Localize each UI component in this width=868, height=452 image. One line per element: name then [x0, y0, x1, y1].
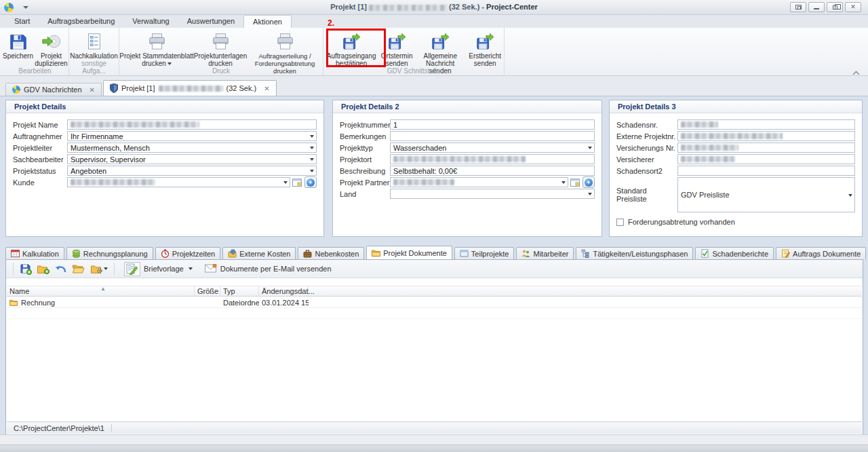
- projekt-partner-select[interactable]: [390, 177, 568, 187]
- redacted-value: [71, 121, 199, 128]
- folder-icon: [9, 299, 18, 306]
- bemerkungen-input[interactable]: [390, 131, 595, 141]
- ribbon-tab-auftragsbearbeitung[interactable]: Auftragsbearbeitung: [39, 15, 123, 28]
- dropdown-arrow-icon[interactable]: [310, 158, 314, 161]
- table-header: Name ▲ Größe Typ Änderungsdat...: [7, 286, 862, 297]
- email-documents-button[interactable]: Dokumente per E-Mail versenden: [201, 261, 336, 277]
- restore-button[interactable]: [827, 2, 843, 12]
- invoice-planning-icon: [72, 249, 81, 258]
- stammdatenblatt-drucken-button[interactable]: Projekt Stammdatenblatt drucken: [119, 30, 194, 67]
- tab-kalkulation[interactable]: Kalkulation: [5, 247, 64, 259]
- envelope-icon: [205, 264, 217, 274]
- projekttyp-select[interactable]: Wasserschaden: [390, 143, 595, 153]
- open-kunde-form-button[interactable]: [292, 177, 302, 187]
- minimize-icon: [814, 8, 819, 10]
- tab-gdv-nachrichten[interactable]: GDV Nachrichten ✕: [5, 83, 102, 96]
- speichern-button[interactable]: Speichern: [2, 30, 35, 60]
- clock-icon: [161, 249, 170, 258]
- briefvorlage-button[interactable]: Briefvorlage: [120, 261, 197, 277]
- fullscreen-button[interactable]: [790, 2, 806, 12]
- ribbon-tab-aktionen[interactable]: Aktionen: [243, 15, 292, 28]
- versicherer-input[interactable]: [677, 154, 855, 164]
- column-header-aenderungsdatum[interactable]: Änderungsdat...: [259, 286, 309, 296]
- tab-externe-kosten[interactable]: Externe Kosten: [222, 247, 296, 259]
- checkbox[interactable]: [616, 219, 624, 226]
- column-header-typ[interactable]: Typ: [220, 286, 259, 296]
- externe-projektnr-input[interactable]: [677, 131, 855, 141]
- projekt-name-input[interactable]: [67, 119, 317, 130]
- tab-taetigkeiten[interactable]: Tätigkeiten/Leistungsphasen: [576, 247, 693, 259]
- dropdown-arrow-icon[interactable]: [588, 193, 592, 195]
- minimize-button[interactable]: [808, 2, 825, 12]
- dropdown-arrow-icon[interactable]: [561, 181, 566, 184]
- panel-projekt-details-3: Projekt Details 3 Schadensnr. Externe Pr…: [609, 100, 863, 237]
- redacted-value: [393, 156, 526, 162]
- projektnummer-input[interactable]: 1: [390, 119, 595, 130]
- window-edge: [0, 445, 868, 452]
- tab-nebenkosten[interactable]: Nebenkosten: [298, 247, 364, 259]
- close-tab-icon[interactable]: ✕: [90, 86, 95, 94]
- tab-projektzeiten[interactable]: Projektzeiten: [155, 247, 221, 259]
- column-header-name[interactable]: Name ▲: [7, 286, 195, 296]
- open-folder-icon[interactable]: [72, 262, 85, 276]
- sachbearbeiter-select[interactable]: Supervisor, Supervisor: [67, 154, 317, 164]
- dropdown-arrow-icon[interactable]: [848, 194, 852, 197]
- table-row[interactable]: Rechnung Dateiordner 03.01.2024 15...: [7, 297, 862, 308]
- schadensort2-input[interactable]: [677, 166, 855, 176]
- window-icon: [460, 249, 469, 258]
- projekt-duplizieren-button[interactable]: Projekt duplizieren: [35, 30, 68, 67]
- redacted-value: [681, 145, 738, 151]
- plus-icon: +: [585, 178, 593, 187]
- plus-icon: +: [307, 178, 315, 187]
- main-content: Projekt Details Projekt Name Auftragnehm…: [0, 96, 868, 434]
- import-folder-button[interactable]: [37, 262, 50, 276]
- projektunterlagen-drucken-button[interactable]: Projektunterlagen drucken: [194, 30, 247, 67]
- dropdown-arrow-icon[interactable]: [283, 181, 288, 184]
- auftragnehmer-select[interactable]: Ihr Firmenname: [67, 131, 317, 141]
- add-partner-button[interactable]: +: [583, 176, 595, 188]
- dropdown-arrow-icon[interactable]: [310, 147, 314, 149]
- collapse-ribbon-icon[interactable]: [852, 69, 860, 73]
- column-header-groesse[interactable]: Größe: [195, 286, 220, 296]
- tab-schadenberichte[interactable]: Schadenberichte: [695, 247, 774, 259]
- tab-mitarbeiter[interactable]: Mitarbeiter: [516, 247, 574, 259]
- tab-projekt-dokumente[interactable]: Projekt Dokumente: [366, 246, 452, 259]
- redacted-value: [681, 133, 783, 139]
- ribbon-tab-verwaltung[interactable]: Verwaltung: [123, 15, 178, 28]
- projektort-input[interactable]: [390, 154, 595, 164]
- redacted-value: [393, 179, 454, 185]
- erstbericht-senden-button[interactable]: Erstbericht senden: [467, 30, 505, 67]
- dropdown-arrow-icon[interactable]: [310, 170, 314, 172]
- close-tab-icon[interactable]: ✕: [264, 85, 269, 92]
- ribbon-tab-auswertungen[interactable]: Auswertungen: [178, 15, 243, 28]
- tab-projekt[interactable]: Projekt [1] (32 Sek.) ✕: [103, 80, 277, 96]
- schadensnr-input[interactable]: [677, 119, 855, 130]
- open-partner-form-button[interactable]: [570, 177, 580, 187]
- add-kunde-button[interactable]: +: [304, 176, 317, 188]
- kunde-select[interactable]: [67, 177, 290, 187]
- folder-options-button[interactable]: [90, 262, 108, 276]
- beschreibung-input[interactable]: Selbstbehalt: 0,00€: [390, 166, 595, 176]
- versicherungs-nr-input[interactable]: [677, 143, 855, 153]
- ribbon-tab-start[interactable]: Start: [5, 15, 39, 28]
- send-icon: [475, 31, 494, 52]
- land-select[interactable]: [390, 189, 595, 199]
- undo-icon[interactable]: [54, 262, 68, 276]
- group-label-sonstige: sonstige Aufga...: [69, 60, 119, 75]
- dropdown-arrow-icon[interactable]: [588, 147, 592, 149]
- preisliste-select[interactable]: GDV Preisliste: [677, 177, 855, 212]
- close-button[interactable]: ✕: [845, 2, 861, 12]
- tab-teilprojekte[interactable]: Teilprojekte: [454, 247, 515, 259]
- field-projektstatus: Projektstatus Angeboten: [13, 166, 317, 176]
- dropdown-arrow-icon[interactable]: [310, 135, 314, 138]
- save-document-button[interactable]: [19, 262, 33, 276]
- tab-rechnungsplanung[interactable]: Rechnungsplanung: [66, 247, 153, 259]
- tab-auftrags-dokumente[interactable]: Auftrags Dokumente: [776, 247, 866, 259]
- field-schadensnr: Schadensnr.: [616, 119, 855, 130]
- documents-toolbar: Briefvorlage Dokumente per E-Mail versen…: [6, 260, 863, 278]
- save-icon: [9, 31, 28, 52]
- nachkalkulation-button[interactable]: Nachkalkulation: [71, 30, 118, 60]
- ribbon-group-druck: Projekt Stammdatenblatt drucken Projektu…: [119, 28, 323, 75]
- projektstatus-select[interactable]: Angeboten: [67, 166, 317, 176]
- projektleiter-select[interactable]: Mustermensch, Mensch: [67, 143, 317, 153]
